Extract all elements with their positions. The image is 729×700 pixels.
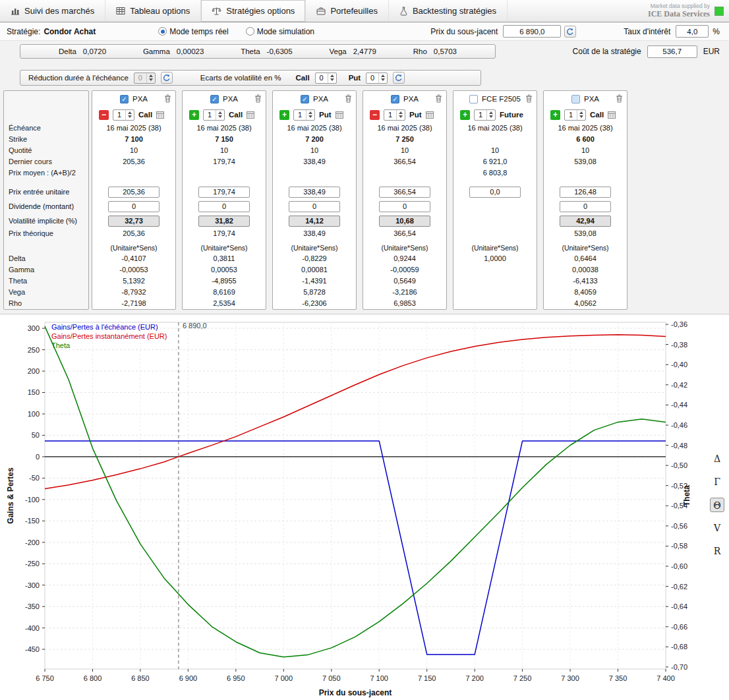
calendar-icon[interactable] <box>335 111 343 119</box>
quantity-stepper[interactable]: 1 <box>384 109 405 121</box>
implied-vol-input[interactable] <box>379 216 430 227</box>
svg-text:-300: -300 <box>25 581 40 589</box>
leg-strike: 7 100 <box>92 134 175 145</box>
tab-backtesting-strategies[interactable]: Backtesting stratégies <box>389 0 508 22</box>
leg-expiry: 16 mai 2025 (38) <box>92 123 175 134</box>
tab-label: Stratégies options <box>226 6 295 16</box>
leg-theta: 5,1392 <box>92 276 175 287</box>
entry-price-input[interactable] <box>560 187 611 198</box>
trash-icon[interactable] <box>435 94 442 103</box>
leg-strike: 7 200 <box>273 134 356 145</box>
input-row <box>363 199 446 214</box>
quantity-stepper[interactable]: 1 <box>113 109 134 121</box>
tab-strategies-options[interactable]: Stratégies options <box>201 0 306 22</box>
greek-button-theta[interactable]: Θ <box>710 498 724 512</box>
row-label: Volatilité implicite (%) <box>4 214 88 228</box>
dividend-input[interactable] <box>560 201 611 212</box>
svg-text:-100: -100 <box>25 496 40 504</box>
interest-rate-input[interactable] <box>676 25 709 38</box>
buy-sign-button[interactable]: + <box>460 110 470 120</box>
svg-text:-450: -450 <box>25 645 40 653</box>
trash-icon[interactable] <box>525 94 533 103</box>
leg-enabled-checkbox[interactable]: ✓ <box>391 95 399 103</box>
trash-icon[interactable] <box>616 94 623 103</box>
quantity-stepper[interactable]: 1 <box>564 109 586 121</box>
dividend-input[interactable] <box>379 201 430 212</box>
leg-enabled-checkbox[interactable]: ✓ <box>120 95 129 103</box>
chart-legend: Gains/Pertes à l'échéance (EUR)Gains/Per… <box>51 322 167 350</box>
leg-last-price: 179,74 <box>183 156 266 167</box>
entry-price-input[interactable] <box>469 187 521 198</box>
stepper-arrows[interactable] <box>146 73 155 83</box>
spacer <box>92 179 175 185</box>
implied-vol-input[interactable] <box>560 216 611 227</box>
reset-vol-spread-button[interactable] <box>393 72 405 84</box>
buy-sign-button[interactable]: + <box>189 110 199 120</box>
bar-chart-icon <box>11 7 20 15</box>
buy-sign-button[interactable]: + <box>550 110 560 120</box>
leg-avg-price <box>544 167 627 179</box>
leg-theta: 0,5649 <box>363 276 446 287</box>
leg-enabled-checkbox[interactable] <box>571 95 580 103</box>
buy-sign-button[interactable]: + <box>279 110 289 120</box>
entry-price-input[interactable] <box>289 187 340 198</box>
sell-sign-button[interactable]: − <box>99 110 109 120</box>
call-spread-stepper[interactable]: 0 <box>315 73 337 84</box>
greeks-summary-bar: Delta0,0720 Gamma0,00023 Theta-0,6305 Ve… <box>20 44 722 59</box>
leg-gamma: 0,00038 <box>544 264 627 276</box>
tab-label: Portefeuilles <box>330 6 378 16</box>
put-spread-stepper[interactable]: 0 <box>366 73 388 84</box>
leg-last-price: 539,08 <box>544 156 627 167</box>
entry-price-input[interactable] <box>198 187 250 198</box>
quantity-stepper[interactable]: 1 <box>203 109 225 121</box>
stepper-arrows[interactable] <box>328 73 336 83</box>
trash-icon[interactable] <box>345 94 352 103</box>
stepper-arrows[interactable] <box>378 73 387 83</box>
reset-duration-button[interactable] <box>161 72 173 84</box>
quantity-stepper[interactable]: 1 <box>474 109 496 121</box>
leg-rho: 2,5354 <box>183 298 266 309</box>
leg-enabled-checkbox[interactable]: ✓ <box>210 95 219 103</box>
tab-suivi-des-marches[interactable]: Suivi des marchés <box>0 0 105 22</box>
implied-vol-input[interactable] <box>198 216 250 227</box>
underlying-price-input[interactable] <box>503 25 561 38</box>
trash-icon[interactable] <box>254 94 262 103</box>
leg-theta: -1,4391 <box>273 276 356 287</box>
strategy-cost-input[interactable] <box>647 45 697 58</box>
leg-enabled-checkbox[interactable]: ✓ <box>301 95 309 103</box>
leg-enabled-checkbox[interactable] <box>469 95 478 103</box>
leg-avg-price <box>363 167 446 179</box>
greek-button-vega[interactable]: V <box>710 521 724 535</box>
leg-expiry: 16 mai 2025 (38) <box>453 123 537 134</box>
svg-text:50: 50 <box>32 431 40 439</box>
implied-vol-input[interactable] <box>289 216 340 227</box>
tab-tableau-options[interactable]: Tableau options <box>105 0 201 22</box>
greek-button-gamma[interactable]: Γ <box>710 475 724 489</box>
reset-underlying-button[interactable] <box>564 26 576 38</box>
tab-portefeuilles[interactable]: Portefeuilles <box>306 0 389 22</box>
input-row <box>363 214 446 228</box>
calendar-icon[interactable] <box>608 111 616 119</box>
sell-sign-button[interactable]: − <box>370 110 380 120</box>
dividend-input[interactable] <box>289 201 340 212</box>
entry-price-input[interactable] <box>108 187 160 198</box>
duration-reduction-stepper[interactable]: 0 <box>134 73 156 84</box>
leg-gamma: -0,00053 <box>92 264 175 276</box>
quantity-stepper[interactable]: 1 <box>293 109 315 121</box>
dividend-input[interactable] <box>108 201 160 212</box>
trash-icon[interactable] <box>164 94 171 103</box>
entry-price-input[interactable] <box>379 187 430 198</box>
calendar-icon[interactable] <box>426 111 434 119</box>
greek-button-rho[interactable]: R <box>710 544 724 558</box>
dividend-input[interactable] <box>198 201 250 212</box>
tab-label: Tableau options <box>130 6 190 16</box>
implied-vol-input[interactable] <box>108 216 160 227</box>
leg-expiry: 16 mai 2025 (38) <box>544 123 627 134</box>
calendar-icon[interactable] <box>247 111 254 119</box>
realtime-mode-radio[interactable] <box>158 27 167 36</box>
rate-label: Taux d'intérêt <box>624 27 670 36</box>
simulation-mode-radio[interactable] <box>246 27 254 36</box>
greek-button-delta[interactable]: Δ <box>710 452 724 466</box>
calendar-icon[interactable] <box>156 111 164 119</box>
leg-theoretical-price: 179,74 <box>183 228 266 239</box>
